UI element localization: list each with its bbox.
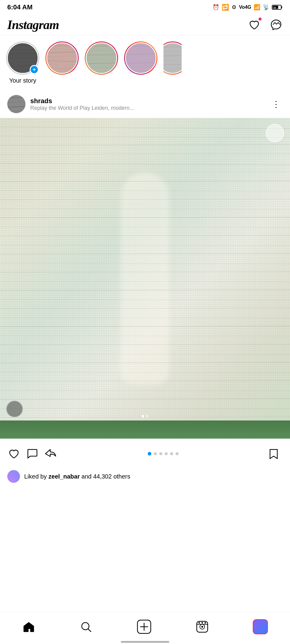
story-avatar-wrap-4 xyxy=(163,41,182,75)
stories-row: + Your story xyxy=(0,35,290,90)
story-item-3[interactable] xyxy=(124,41,157,77)
img-dot-0 xyxy=(142,415,144,417)
notification-dot xyxy=(258,17,262,21)
nav-profile-button[interactable] xyxy=(247,617,274,637)
status-bar: 6:04 AM ⏰ 🔁 ⚙ Vo4G 📶 📡 60 xyxy=(0,0,290,15)
post-pagination xyxy=(62,452,265,456)
story-item-4[interactable] xyxy=(163,41,182,75)
app-header: Instagram xyxy=(0,15,290,35)
story-avatar-wrap-1 xyxy=(45,41,79,75)
post-user-info: shrads Replay the World of Play Leiden, … xyxy=(30,97,265,111)
svg-line-76 xyxy=(0,399,290,399)
svg-line-56 xyxy=(0,217,290,218)
svg-line-57 xyxy=(0,227,290,227)
your-story-label: Your story xyxy=(9,77,36,84)
post-username[interactable]: shrads xyxy=(30,97,265,105)
add-story-button[interactable]: + xyxy=(30,65,39,74)
story-item-2[interactable] xyxy=(85,41,118,77)
volte-icon: Vo4G xyxy=(239,5,251,10)
app-logo: Instagram xyxy=(7,18,59,32)
nfc-icon: 🔁 xyxy=(222,4,229,11)
svg-line-77 xyxy=(0,408,290,409)
like-button[interactable] xyxy=(7,445,25,463)
comment-icon xyxy=(25,447,39,460)
svg-line-72 xyxy=(0,362,290,363)
svg-line-64 xyxy=(0,290,290,290)
story-item-1[interactable] xyxy=(45,41,79,77)
page-dot-2 xyxy=(159,452,162,455)
post-likes: Liked by zeel_nabar and 44,302 others xyxy=(0,469,290,488)
status-time: 6:04 AM xyxy=(7,3,33,11)
nav-reels-button[interactable] xyxy=(189,618,215,636)
svg-line-58 xyxy=(0,235,290,236)
comment-button[interactable] xyxy=(25,445,44,463)
svg-line-47 xyxy=(0,136,290,138)
page-dot-4 xyxy=(170,452,173,455)
svg-line-62 xyxy=(0,272,290,272)
nav-search-button[interactable] xyxy=(73,618,99,636)
notifications-button[interactable] xyxy=(248,18,261,31)
svg-line-68 xyxy=(0,326,290,327)
nav-add-button[interactable] xyxy=(131,617,157,636)
svg-line-46 xyxy=(0,127,290,129)
svg-line-71 xyxy=(0,354,290,355)
post-green-bar xyxy=(0,420,290,439)
svg-point-88 xyxy=(201,626,203,628)
liker-avatar xyxy=(7,470,20,483)
story-avatar-4 xyxy=(163,42,182,74)
svg-line-70 xyxy=(0,344,290,345)
svg-line-52 xyxy=(0,181,290,181)
share-icon xyxy=(44,447,57,460)
svg-line-74 xyxy=(0,381,290,381)
bottom-nav xyxy=(0,612,290,644)
feed-container: Instagram xyxy=(0,15,290,518)
story-avatar-2 xyxy=(86,42,117,74)
svg-rect-27 xyxy=(126,43,156,73)
home-icon xyxy=(22,620,35,633)
bookmark-button[interactable] xyxy=(265,445,283,463)
reels-icon xyxy=(196,620,209,633)
header-icons xyxy=(248,18,283,31)
status-icons: ⏰ 🔁 ⚙ Vo4G 📶 📡 60 xyxy=(213,4,283,11)
post-bottom-left-avatar xyxy=(6,400,23,417)
svg-line-61 xyxy=(0,263,290,264)
svg-point-90 xyxy=(198,622,200,624)
noise-svg xyxy=(0,118,290,439)
story-avatar-wrap-2 xyxy=(85,41,118,75)
messenger-button[interactable] xyxy=(269,18,283,31)
page-dot-0 xyxy=(148,452,151,456)
liked-by-user[interactable]: zeel_nabar xyxy=(48,473,80,480)
image-dots-row xyxy=(142,415,148,417)
page-dot-5 xyxy=(176,452,179,455)
battery-icon: 60 xyxy=(272,5,283,10)
page-dot-3 xyxy=(165,452,168,455)
svg-line-65 xyxy=(0,299,290,300)
post-header: shrads Replay the World of Play Leiden, … xyxy=(0,90,290,118)
svg-line-66 xyxy=(0,308,290,309)
svg-line-50 xyxy=(0,163,290,165)
post-user-avatar[interactable] xyxy=(7,95,25,113)
share-button[interactable] xyxy=(44,445,62,463)
search-icon xyxy=(79,620,93,633)
svg-line-60 xyxy=(0,253,290,254)
home-indicator xyxy=(121,641,169,643)
nav-home-button[interactable] xyxy=(16,618,41,636)
post-menu-button[interactable]: ⋮ xyxy=(269,97,283,112)
story-avatar-3 xyxy=(125,42,157,74)
svg-line-63 xyxy=(0,281,290,282)
messenger-icon xyxy=(269,18,283,31)
post-actions xyxy=(0,439,290,469)
your-story-item[interactable]: + Your story xyxy=(6,41,39,84)
liked-by-prefix: Liked by xyxy=(24,473,48,480)
liked-by-suffix: and 44,302 others xyxy=(80,473,130,480)
svg-rect-1 xyxy=(281,6,282,8)
post-image-content xyxy=(0,118,290,439)
likes-text: Liked by zeel_nabar and 44,302 others xyxy=(24,473,130,480)
signal-icon: 📶 xyxy=(254,4,260,11)
svg-line-53 xyxy=(0,191,290,191)
profile-avatar xyxy=(253,619,268,634)
alarm-icon: ⏰ xyxy=(213,4,219,11)
svg-line-69 xyxy=(0,336,290,336)
post-subtitle: Replay the World of Play Leiden, modern.… xyxy=(30,105,265,111)
post-top-right-avatar xyxy=(266,124,284,142)
